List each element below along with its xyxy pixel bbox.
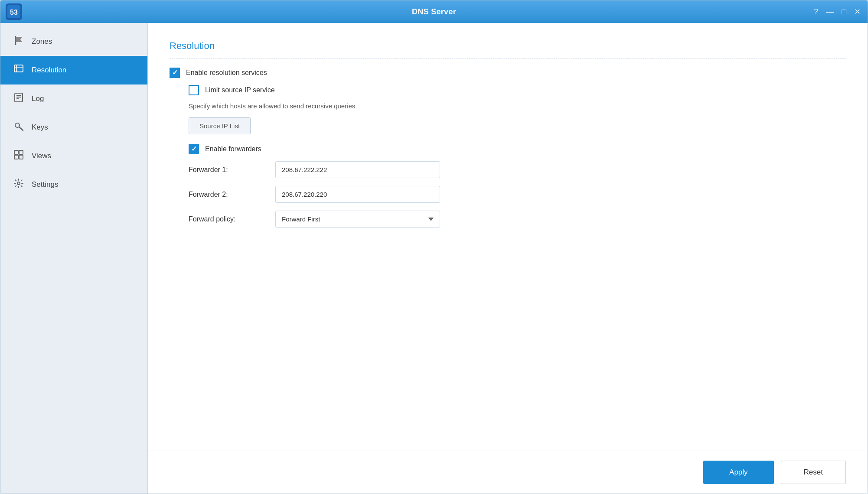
content-panel: Resolution ✓ Enable resolution services … xyxy=(148,23,868,494)
checkmark-icon: ✓ xyxy=(172,69,178,76)
sidebar-item-settings[interactable]: Settings xyxy=(0,170,147,199)
svg-line-12 xyxy=(19,127,23,130)
forward-policy-row: Forward policy: Forward First Forward On… xyxy=(189,211,846,228)
enable-resolution-checkbox[interactable]: ✓ xyxy=(170,68,180,78)
limit-source-ip-row: Limit source IP service xyxy=(189,85,846,95)
sidebar-label-settings: Settings xyxy=(32,180,58,189)
main-window: 53 DNS Server ? — □ ✕ Zones xyxy=(0,0,868,494)
svg-rect-4 xyxy=(14,65,23,72)
forwarder1-row: Forwarder 1: xyxy=(189,161,846,178)
forwarder-section: Forwarder 1: Forwarder 2: Forward policy… xyxy=(189,161,846,235)
svg-rect-14 xyxy=(14,150,18,154)
svg-rect-16 xyxy=(14,155,18,159)
svg-rect-15 xyxy=(19,150,23,154)
sidebar-label-zones: Zones xyxy=(32,37,52,46)
sidebar: Zones Resolution xyxy=(0,23,148,494)
enable-forwarders-label: Enable forwarders xyxy=(205,145,261,153)
sidebar-item-zones[interactable]: Zones xyxy=(0,27,147,56)
forwarder-checkmark-icon: ✓ xyxy=(191,146,197,153)
enable-resolution-label: Enable resolution services xyxy=(186,69,267,77)
settings-icon xyxy=(13,178,25,191)
forwarder1-label: Forwarder 1: xyxy=(189,166,267,174)
svg-rect-17 xyxy=(19,155,23,159)
limit-source-ip-checkbox[interactable] xyxy=(189,85,199,95)
sidebar-item-views[interactable]: Views xyxy=(0,142,147,170)
source-ip-list-button[interactable]: Source IP List xyxy=(189,117,251,134)
flag-icon xyxy=(13,35,25,48)
app-icon: 53 xyxy=(6,3,22,20)
window-title: DNS Server xyxy=(412,7,456,16)
forwarder1-input[interactable] xyxy=(275,161,440,178)
forwarder2-input[interactable] xyxy=(275,186,440,203)
sidebar-item-keys[interactable]: Keys xyxy=(0,113,147,142)
title-bar-controls: ? — □ ✕ xyxy=(814,8,861,16)
forwarder2-row: Forwarder 2: xyxy=(189,186,846,203)
enable-forwarders-row: ✓ Enable forwarders xyxy=(189,144,846,154)
title-bar: 53 DNS Server ? — □ ✕ xyxy=(0,0,868,23)
main-area: Zones Resolution xyxy=(0,23,868,494)
forwarder2-label: Forwarder 2: xyxy=(189,191,267,198)
apply-button[interactable]: Apply xyxy=(703,461,774,484)
minimize-button[interactable]: — xyxy=(826,8,834,16)
resolution-icon xyxy=(13,64,25,77)
svg-line-13 xyxy=(21,128,22,129)
sidebar-item-resolution[interactable]: Resolution xyxy=(0,56,147,84)
form-section: ✓ Enable resolution services Limit sourc… xyxy=(170,68,846,235)
help-button[interactable]: ? xyxy=(814,8,818,16)
svg-text:53: 53 xyxy=(10,9,18,16)
sidebar-label-resolution: Resolution xyxy=(32,66,66,75)
log-icon xyxy=(13,92,25,105)
title-bar-left: 53 xyxy=(6,3,22,20)
section-title: Resolution xyxy=(170,40,846,59)
sidebar-item-log[interactable]: Log xyxy=(0,84,147,113)
content-footer: Apply Reset xyxy=(148,451,868,494)
maximize-button[interactable]: □ xyxy=(842,8,846,16)
sidebar-label-keys: Keys xyxy=(32,123,48,132)
views-icon xyxy=(13,150,25,162)
limit-source-ip-label: Limit source IP service xyxy=(205,86,275,94)
close-button[interactable]: ✕ xyxy=(854,8,861,16)
forward-policy-select[interactable]: Forward First Forward Only No Forward xyxy=(275,211,440,228)
enable-forwarders-checkbox[interactable]: ✓ xyxy=(189,144,199,154)
content-body: Resolution ✓ Enable resolution services … xyxy=(148,23,868,451)
reset-button[interactable]: Reset xyxy=(781,461,846,484)
enable-resolution-row: ✓ Enable resolution services xyxy=(170,68,846,78)
key-icon xyxy=(13,121,25,134)
description-text: Specify which hosts are allowed to send … xyxy=(189,102,846,110)
sidebar-label-views: Views xyxy=(32,152,51,160)
sidebar-label-log: Log xyxy=(32,94,44,103)
forward-policy-label: Forward policy: xyxy=(189,215,267,223)
svg-point-18 xyxy=(17,182,20,185)
